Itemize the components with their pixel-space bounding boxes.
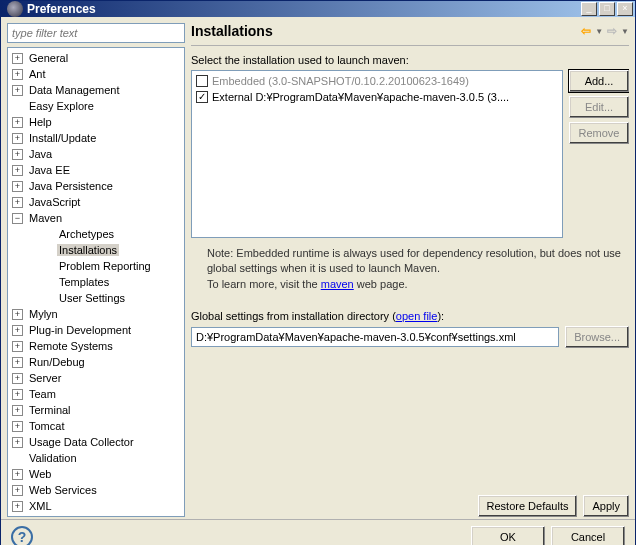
tree-item-label: Help <box>27 116 54 128</box>
expand-icon[interactable]: + <box>12 117 23 128</box>
tree-item[interactable]: +General <box>8 50 184 66</box>
install-item[interactable]: ✓External D:¥ProgramData¥Maven¥apache-ma… <box>194 89 560 105</box>
tree-item[interactable]: +Ant <box>8 66 184 82</box>
expand-icon[interactable]: + <box>12 405 23 416</box>
tree-item[interactable]: +Tomcat <box>8 418 184 434</box>
browse-button[interactable]: Browse... <box>565 326 629 348</box>
expand-icon[interactable]: + <box>12 373 23 384</box>
expand-icon[interactable]: + <box>12 149 23 160</box>
left-panel: +General+Ant+Data ManagementEasy Explore… <box>7 23 185 517</box>
expand-icon[interactable]: + <box>12 357 23 368</box>
expand-icon[interactable]: + <box>12 485 23 496</box>
tree-item[interactable]: +Web <box>8 466 184 482</box>
help-icon[interactable]: ? <box>11 526 33 545</box>
tree-item[interactable]: User Settings <box>8 290 184 306</box>
tree-spacer <box>42 277 53 288</box>
tree-item-label: Installations <box>57 244 119 256</box>
tree-item[interactable]: +Data Management <box>8 82 184 98</box>
tree-item[interactable]: Easy Explore <box>8 98 184 114</box>
back-menu-icon[interactable]: ▼ <box>595 27 603 36</box>
tree-item-label: Java Persistence <box>27 180 115 192</box>
maximize-button[interactable]: □ <box>599 2 615 16</box>
tree-item[interactable]: +Remote Systems <box>8 338 184 354</box>
restore-defaults-button[interactable]: Restore Defaults <box>478 495 578 517</box>
expand-icon[interactable]: + <box>12 325 23 336</box>
expand-icon[interactable]: + <box>12 389 23 400</box>
global-settings-input[interactable] <box>191 327 559 347</box>
tree-item[interactable]: +Install/Update <box>8 130 184 146</box>
tree-item[interactable]: +Run/Debug <box>8 354 184 370</box>
tree-item[interactable]: +Terminal <box>8 402 184 418</box>
forward-icon[interactable]: ⇨ <box>607 24 617 38</box>
checkbox-icon[interactable] <box>196 75 208 87</box>
tree-item-label: User Settings <box>57 292 127 304</box>
tree-item-label: Remote Systems <box>27 340 115 352</box>
minimize-button[interactable]: _ <box>581 2 597 16</box>
ok-button[interactable]: OK <box>471 526 545 545</box>
filter-input[interactable] <box>7 23 185 43</box>
tree-item[interactable]: +Mylyn <box>8 306 184 322</box>
tree-item[interactable]: +Help <box>8 114 184 130</box>
expand-icon[interactable]: + <box>12 133 23 144</box>
tree-item[interactable]: +XML <box>8 498 184 514</box>
tree-item-label: Ant <box>27 68 48 80</box>
close-button[interactable]: × <box>617 2 633 16</box>
add-button[interactable]: Add... <box>569 70 629 92</box>
expand-icon[interactable]: + <box>12 501 23 512</box>
expand-icon[interactable]: + <box>12 309 23 320</box>
install-item[interactable]: Embedded (3.0-SNAPSHOT/0.10.2.20100623-1… <box>194 73 560 89</box>
tree-item-label: Tomcat <box>27 420 66 432</box>
right-panel: Installations ⇦ ▼ ⇨ ▼ Select the install… <box>191 23 629 517</box>
preferences-tree[interactable]: +General+Ant+Data ManagementEasy Explore… <box>7 47 185 517</box>
tree-spacer <box>12 101 23 112</box>
collapse-icon[interactable]: − <box>12 213 23 224</box>
expand-icon[interactable]: + <box>12 437 23 448</box>
tree-item[interactable]: +Usage Data Collector <box>8 434 184 450</box>
tree-item-label: Install/Update <box>27 132 98 144</box>
tree-item[interactable]: +Server <box>8 370 184 386</box>
tree-item-label: General <box>27 52 70 64</box>
app-icon <box>7 1 23 17</box>
preferences-window: Preferences _ □ × +General+Ant+Data Mana… <box>0 0 636 545</box>
back-icon[interactable]: ⇦ <box>581 24 591 38</box>
cancel-button[interactable]: Cancel <box>551 526 625 545</box>
tree-item[interactable]: Installations <box>8 242 184 258</box>
tree-item[interactable]: Problem Reporting <box>8 258 184 274</box>
install-list[interactable]: Embedded (3.0-SNAPSHOT/0.10.2.20100623-1… <box>191 70 563 238</box>
tree-item[interactable]: +Plug-in Development <box>8 322 184 338</box>
expand-icon[interactable]: + <box>12 165 23 176</box>
expand-icon[interactable]: + <box>12 69 23 80</box>
apply-button[interactable]: Apply <box>583 495 629 517</box>
tree-item[interactable]: +Java Persistence <box>8 178 184 194</box>
maven-link[interactable]: maven <box>321 278 354 290</box>
tree-item[interactable]: Archetypes <box>8 226 184 242</box>
tree-item[interactable]: Templates <box>8 274 184 290</box>
tree-item[interactable]: +Java <box>8 146 184 162</box>
expand-icon[interactable]: + <box>12 53 23 64</box>
tree-item[interactable]: +JavaScript <box>8 194 184 210</box>
open-file-link[interactable]: open file <box>396 310 438 322</box>
edit-button[interactable]: Edit... <box>569 96 629 118</box>
remove-button[interactable]: Remove <box>569 122 629 144</box>
expand-icon[interactable]: + <box>12 421 23 432</box>
select-install-label: Select the installation used to launch m… <box>191 54 629 66</box>
tree-item[interactable]: Validation <box>8 450 184 466</box>
forward-menu-icon[interactable]: ▼ <box>621 27 629 36</box>
expand-icon[interactable]: + <box>12 181 23 192</box>
window-title: Preferences <box>27 2 581 16</box>
expand-icon[interactable]: + <box>12 469 23 480</box>
tree-item[interactable]: +Web Services <box>8 482 184 498</box>
tree-item[interactable]: +Team <box>8 386 184 402</box>
tree-item-label: Problem Reporting <box>57 260 153 272</box>
footer-buttons: OK Cancel <box>471 526 625 545</box>
expand-icon[interactable]: + <box>12 197 23 208</box>
tree-spacer <box>12 453 23 464</box>
tree-item[interactable]: −Maven <box>8 210 184 226</box>
expand-icon[interactable]: + <box>12 85 23 96</box>
page-buttons: Restore Defaults Apply <box>191 485 629 517</box>
checkbox-icon[interactable]: ✓ <box>196 91 208 103</box>
page-title: Installations <box>191 23 581 39</box>
tree-item[interactable]: +Java EE <box>8 162 184 178</box>
tree-spacer <box>42 261 53 272</box>
expand-icon[interactable]: + <box>12 341 23 352</box>
